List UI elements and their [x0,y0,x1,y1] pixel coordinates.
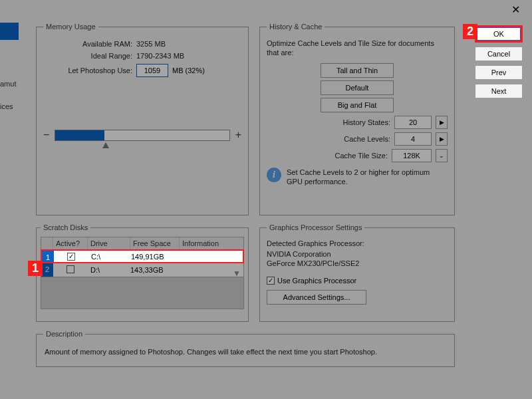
memory-slider[interactable] [55,130,229,141]
cache-levels-stepper-icon[interactable]: ▶ [436,132,448,146]
free-cell: 143,33GB [130,266,180,274]
memory-usage-legend: Memory Usage [43,23,98,31]
row-number: 2 [41,263,53,277]
slider-fill [55,130,104,140]
col-info: Information [180,237,243,249]
gpu-settings-legend: Graphics Processor Settings [267,223,364,231]
drive-cell: C:\ [88,253,131,261]
big-flat-button[interactable]: Big and Flat [321,98,394,112]
let-use-input[interactable] [136,64,168,77]
col-active: Active? [53,237,88,249]
gpu-model: GeForce MX230/PCIe/SSE2 [267,259,448,267]
cancel-button[interactable]: Cancel [475,47,523,61]
slider-minus-icon[interactable]: − [43,129,49,141]
available-ram-value: 3255 MB [136,40,166,48]
tall-thin-button[interactable]: Tall and Thin [321,63,394,78]
table-empty-area [41,277,243,309]
col-drive: Drive [88,237,130,249]
slider-handle-icon[interactable] [102,142,109,148]
table-header: Active? Drive Free Space Information [41,237,243,250]
scratch-disks-table: Active? Drive Free Space Information 1 ✓… [41,237,244,309]
detected-gpu-label: Detected Graphics Processor: [267,239,448,247]
let-use-unit: MB (32%) [172,66,205,74]
ideal-range-label: Ideal Range: [43,52,136,60]
preferences-dialog: ✕ amut ices OK Cancel Prev Next Memory U… [0,0,532,399]
active-checkbox[interactable] [66,265,74,273]
history-cache-legend: History & Cache [267,23,325,31]
scratch-disks-group: Scratch Disks Active? Drive Free Space I… [36,223,249,322]
cache-levels-label: Cache Levels: [344,135,390,143]
dialog-buttons: OK Cancel Prev Next [475,25,523,98]
use-gpu-label: Use Graphics Processor [277,277,356,285]
gpu-settings-group: Graphics Processor Settings Detected Gra… [259,223,455,322]
gpu-vendor: NVIDIA Corporation [267,250,448,258]
cache-levels-input[interactable]: 4 [394,132,432,146]
advanced-settings-button[interactable]: Advanced Settings... [267,290,366,305]
free-cell: 149,91GB [131,253,180,261]
col-free: Free Space [130,237,180,249]
ideal-range-value: 1790-2343 MB [136,52,184,60]
prev-button[interactable]: Prev [475,65,523,80]
description-group: Description Amount of memory assigned to… [36,330,455,367]
cache-tile-select[interactable]: 128K [392,149,432,162]
history-states-input[interactable]: 20 [394,116,432,129]
let-use-label: Let Photoshop Use: [43,66,136,74]
close-icon[interactable]: ✕ [506,2,525,17]
cache-info-text: Set Cache Levels to 2 or higher for opti… [287,168,448,187]
cache-tile-label: Cache Tile Size: [335,152,388,160]
history-cache-desc: Optimize Cache Levels and Tile Size for … [267,39,448,58]
next-button[interactable]: Next [475,84,523,98]
description-text: Amount of memory assigned to Photoshop. … [43,343,448,361]
history-states-label: History States: [342,118,390,126]
available-ram-label: Available RAM: [43,40,136,48]
default-button[interactable]: Default [321,80,394,95]
scratch-disks-legend: Scratch Disks [41,223,90,231]
history-cache-group: History & Cache Optimize Cache Levels an… [259,23,455,215]
ok-button[interactable]: OK [475,25,523,43]
move-down-icon[interactable]: ▼ [232,269,241,278]
use-gpu-checkbox[interactable]: ✓ [267,277,275,285]
slider-plus-icon[interactable]: + [235,129,241,141]
active-checkbox[interactable]: ✓ [67,253,75,261]
row-number: 1 [42,251,54,262]
chevron-down-icon[interactable]: ⌄ [436,149,448,162]
memory-usage-group: Memory Usage Available RAM: 3255 MB Idea… [36,23,249,215]
table-row[interactable]: 1 ✓ C:\ 149,91GB [41,249,244,263]
info-icon: i [267,168,281,182]
history-states-stepper-icon[interactable]: ▶ [436,116,448,129]
drive-cell: D:\ [88,266,130,274]
titlebar: ✕ [0,0,532,19]
description-legend: Description [43,330,85,338]
table-row[interactable]: 2 D:\ 143,33GB [41,263,243,277]
